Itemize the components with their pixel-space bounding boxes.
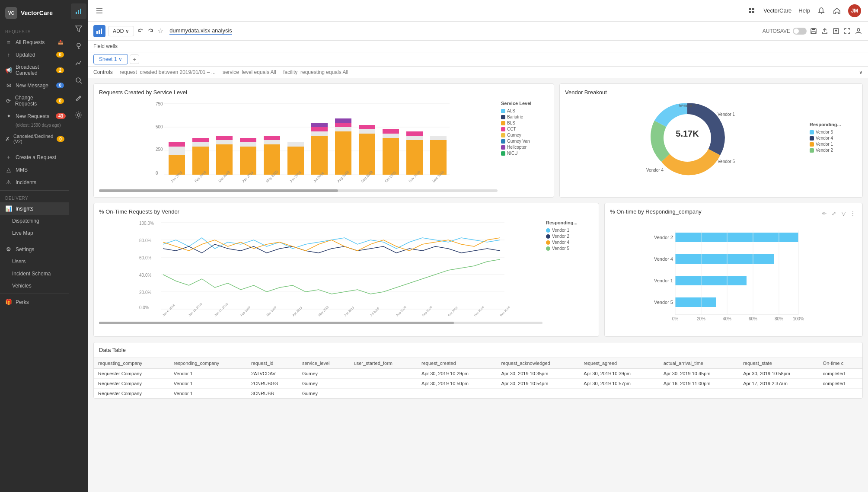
svg-text:Nov 2019: Nov 2019 [473, 306, 485, 317]
fullscreen-icon[interactable] [843, 27, 852, 35]
sidebar-item-perks[interactable]: 🎁 Perks [0, 296, 69, 308]
hbar-filter-button[interactable]: ▽ [839, 209, 848, 218]
sheets-bar: Sheet 1 ∨ + [88, 52, 868, 67]
sheet-tab-1[interactable]: Sheet 1 ∨ [93, 54, 128, 64]
add-button[interactable]: ADD ∨ [108, 26, 134, 36]
sidebar-item-mms[interactable]: △ MMS [0, 163, 69, 176]
cell-req-id-2: 2CNRUBGG [247, 379, 298, 389]
donut-vendor5-label: Vendor 5 [718, 159, 735, 164]
cell-agreed-1: Apr 30, 2019 10:39pm [579, 369, 659, 379]
grid-icon[interactable] [748, 6, 756, 15]
svg-text:40%: 40% [723, 316, 731, 321]
controls-expand-button[interactable]: ∨ [859, 69, 863, 75]
svg-rect-51 [287, 142, 304, 147]
sidebar-item-new-message[interactable]: ✉ New Message 0 [0, 79, 69, 92]
legend-bls-label: BLS [507, 121, 515, 125]
notification-icon[interactable] [817, 6, 826, 15]
chart-type-icon[interactable] [71, 3, 86, 19]
filter-type-icon[interactable] [71, 21, 86, 36]
legend-bls: BLS [501, 121, 549, 125]
line-chart-scrollbar[interactable] [99, 322, 542, 324]
table-row: Requester Company Vendor 1 2ATVCDAV Gurn… [94, 369, 862, 379]
gear-type-icon[interactable] [71, 107, 86, 123]
donut-v5-label: Vendor 5 [816, 130, 833, 134]
add-sheet-button[interactable]: + [130, 54, 139, 64]
svg-text:Vendor 5: Vendor 5 [654, 300, 673, 305]
filter-chip-2[interactable]: service_level equals All [223, 69, 276, 75]
sidebar-item-incidents[interactable]: ⚠ Incidents [0, 176, 69, 188]
hbar-more-button[interactable]: ⋮ [849, 209, 857, 218]
donut-vendor2-label: Vendor 2 [679, 103, 696, 108]
sheet-tab-1-label: Sheet 1 [99, 56, 117, 62]
sidebar-item-users[interactable]: Users [0, 256, 69, 268]
bar-chart-scrollbar[interactable] [99, 189, 498, 192]
svg-rect-58 [335, 123, 351, 127]
menu-toggle-button[interactable] [95, 6, 104, 15]
app-name: VectorCare [21, 10, 53, 16]
export-icon[interactable] [832, 27, 840, 35]
autosave-toggle[interactable] [793, 28, 807, 35]
sidebar-item-vehicles[interactable]: Vehicles [0, 280, 69, 292]
col-ontime: On-time c [819, 358, 862, 369]
sidebar-item-all-requests[interactable]: ≡ All Requests 📥 [0, 36, 69, 48]
change-icon: ⟳ [5, 98, 12, 104]
sidebar-item-change-requests[interactable]: ⟳ Change Requests 0 [0, 92, 69, 110]
sidebar-item-create-request[interactable]: + Create a Request [0, 151, 69, 163]
donut-legend-v2: Vendor 2 [810, 148, 857, 153]
svg-text:0.0%: 0.0% [139, 305, 149, 310]
svg-text:20%: 20% [697, 316, 705, 321]
controls-bar: Controls request_created between 2019/01… [88, 67, 868, 78]
sidebar-item-settings[interactable]: ⚙ Settings [0, 243, 69, 256]
legend-helicopter-label: Helicopter [507, 145, 527, 150]
cell-ack-3 [497, 389, 580, 399]
svg-marker-3 [76, 26, 82, 32]
redo-button[interactable] [146, 27, 155, 35]
svg-line-9 [79, 97, 80, 98]
hbar-pencil-button[interactable]: ✏ [820, 209, 829, 218]
analysis-filename[interactable]: dummydata.xlsx analysis [169, 27, 232, 35]
svg-rect-48 [264, 140, 280, 144]
line-v2-label: Vendor 2 [552, 234, 569, 239]
legend-bariatric: Bariatric [501, 115, 549, 119]
hbar-expand-button[interactable]: ⤢ [830, 209, 838, 218]
sidebar-item-insights[interactable]: 📊 Insights [0, 202, 69, 215]
home-icon[interactable] [833, 6, 841, 15]
filter-chip-3[interactable]: facility_requesting equals All [283, 69, 348, 75]
data-table: requesting_company responding_company re… [94, 358, 862, 398]
save-icon[interactable] [809, 27, 818, 35]
share-icon[interactable] [820, 27, 829, 35]
sidebar-item-dispatching[interactable]: Dispatching [0, 215, 69, 227]
undo-button[interactable] [137, 27, 145, 35]
line-legend-v5: Vendor 5 [546, 246, 594, 251]
svg-rect-56 [335, 131, 351, 175]
dispatching-label: Dispatching [12, 218, 39, 224]
cell-req-co-1: Requester Company [94, 369, 169, 379]
sidebar-item-canceled-declined[interactable]: ✗ Canceled/Declined (V2) 0 [0, 131, 69, 147]
cell-resp-co-3: Vendor 1 [169, 389, 247, 399]
analytics-type-icon[interactable] [71, 55, 86, 71]
pen-type-icon[interactable] [71, 90, 86, 105]
svg-text:Feb 2019: Feb 2019 [240, 306, 251, 317]
sidebar-item-updated[interactable]: ↑ Updated 0 [0, 48, 69, 61]
bar-legend-title: Service Level [501, 101, 549, 106]
insights-type-icon[interactable] [71, 38, 86, 54]
user-avatar[interactable]: JM [848, 4, 861, 17]
col-request-id: request_id [247, 358, 298, 369]
filter-chip-1[interactable]: request_created between 2019/01/01 – ... [120, 69, 216, 75]
legend-nicu-label: NICU [507, 151, 517, 156]
search-type-icon[interactable] [71, 73, 86, 88]
svg-rect-52 [311, 136, 328, 175]
sidebar-item-incident-schema[interactable]: Incident Schema [0, 268, 69, 280]
undo-redo-group [137, 27, 155, 35]
svg-text:Oct 2019: Oct 2019 [447, 306, 458, 317]
help-link[interactable]: Help [798, 7, 810, 14]
insights-icon: 📊 [5, 205, 12, 212]
sidebar-item-live-map[interactable]: Live Map [0, 227, 69, 239]
person-icon[interactable] [854, 27, 863, 35]
data-table-scroll[interactable]: requesting_company responding_company re… [94, 358, 862, 398]
sidebar-item-broadcast-canceled[interactable]: 📢 Broadcast Canceled 2 [0, 61, 69, 79]
fieldwells-label: Field wells [93, 43, 118, 49]
star-icon[interactable]: ☆ [157, 27, 163, 35]
sidebar-item-new-requests[interactable]: ✦ New Requests 43 (oldest: 1590 days ago… [0, 110, 69, 131]
svg-rect-45 [240, 142, 256, 147]
